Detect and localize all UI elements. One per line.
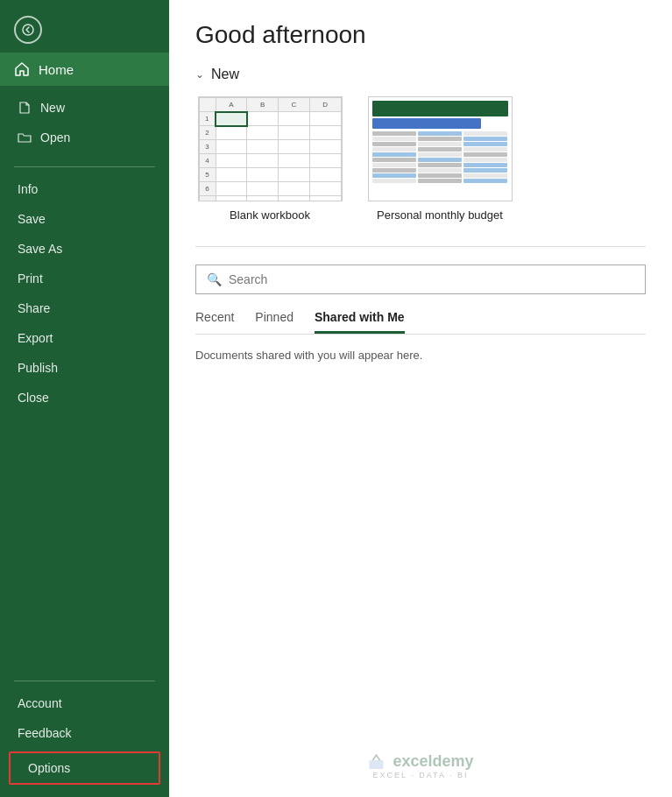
sidebar-item-info[interactable]: Info	[0, 174, 169, 204]
empty-state-message: Documents shared with you will appear he…	[195, 349, 646, 362]
sidebar-item-open[interactable]: Open	[0, 123, 169, 152]
sidebar-item-print[interactable]: Print	[0, 264, 169, 293]
sidebar-item-new[interactable]: New	[0, 93, 169, 123]
sidebar-item-close-label: Close	[18, 391, 49, 405]
search-box[interactable]: 🔍	[195, 264, 646, 294]
blank-workbook-thumbnail: A B C D 1 2	[198, 96, 343, 201]
svg-point-0	[23, 25, 33, 35]
sidebar-divider-bottom	[14, 681, 155, 681]
tab-shared-label: Shared with Me	[315, 310, 405, 324]
folder-icon	[18, 130, 32, 145]
sidebar-item-share-label: Share	[18, 301, 50, 315]
back-button[interactable]	[0, 0, 169, 53]
sidebar-item-options-label: Options	[28, 761, 70, 775]
section-divider	[195, 246, 646, 247]
new-section-label: New	[211, 67, 239, 82]
sidebar-item-save-as-label: Save As	[18, 242, 62, 256]
tab-pinned[interactable]: Pinned	[255, 310, 294, 334]
sidebar-item-close[interactable]: Close	[0, 383, 169, 413]
sidebar-menu: Info Save Save As Print Share Export Pub…	[0, 174, 169, 413]
watermark-logo: exceldemy	[367, 752, 473, 771]
personal-budget-label: Personal monthly budget	[377, 208, 503, 222]
sidebar-item-save-label: Save	[18, 212, 46, 226]
chevron-down-icon: ⌄	[195, 68, 204, 81]
sidebar-item-export[interactable]: Export	[0, 323, 169, 353]
svg-rect-1	[369, 760, 383, 769]
sidebar-bottom: Account Feedback Options	[0, 674, 169, 797]
tab-recent-label: Recent	[195, 310, 234, 324]
sidebar-item-print-label: Print	[18, 272, 43, 286]
sidebar-item-export-label: Export	[18, 331, 53, 345]
document-tabs: Recent Pinned Shared with Me	[195, 310, 646, 335]
sidebar-nav-top: New Open	[0, 86, 169, 159]
sidebar-item-feedback[interactable]: Feedback	[0, 718, 169, 748]
sidebar-item-open-label: Open	[40, 130, 70, 145]
main-content: Good afternoon ⌄ New A B C D	[169, 0, 672, 797]
sidebar-item-save-as[interactable]: Save As	[0, 234, 169, 264]
watermark-icon	[367, 753, 385, 771]
sidebar-item-publish-label: Publish	[18, 361, 58, 375]
new-section-header[interactable]: ⌄ New	[195, 67, 646, 82]
sidebar-item-feedback-label: Feedback	[18, 726, 71, 740]
sidebar-divider-top	[14, 166, 155, 167]
sidebar-item-home[interactable]: Home	[0, 53, 169, 86]
sidebar-item-options[interactable]: Options	[9, 751, 160, 785]
file-new-icon	[18, 101, 32, 115]
tab-pinned-label: Pinned	[255, 310, 294, 324]
tab-shared-with-me[interactable]: Shared with Me	[315, 310, 405, 334]
sidebar-item-share[interactable]: Share	[0, 293, 169, 323]
sidebar: Home New Open Info Save Save As Prin	[0, 0, 169, 797]
sidebar-item-save[interactable]: Save	[0, 204, 169, 234]
templates-row: A B C D 1 2	[195, 96, 646, 222]
sidebar-item-info-label: Info	[18, 182, 38, 196]
tab-recent[interactable]: Recent	[195, 310, 234, 334]
home-icon	[14, 61, 30, 77]
search-input[interactable]	[229, 272, 634, 286]
budget-thumbnail	[368, 96, 513, 201]
search-icon: 🔍	[207, 272, 222, 286]
watermark: exceldemy EXCEL · DATA · BI	[367, 752, 473, 779]
blank-workbook-label: Blank workbook	[230, 208, 310, 222]
greeting-heading: Good afternoon	[195, 21, 646, 49]
template-blank-workbook[interactable]: A B C D 1 2	[195, 96, 344, 222]
sidebar-item-new-label: New	[40, 101, 65, 115]
watermark-subtitle: EXCEL · DATA · BI	[367, 771, 473, 779]
home-label: Home	[39, 62, 74, 77]
sidebar-item-account[interactable]: Account	[0, 688, 169, 718]
back-circle-icon[interactable]	[14, 16, 42, 44]
sidebar-item-account-label: Account	[18, 696, 62, 710]
template-personal-budget[interactable]: Personal monthly budget	[365, 96, 514, 222]
sidebar-item-publish[interactable]: Publish	[0, 353, 169, 383]
